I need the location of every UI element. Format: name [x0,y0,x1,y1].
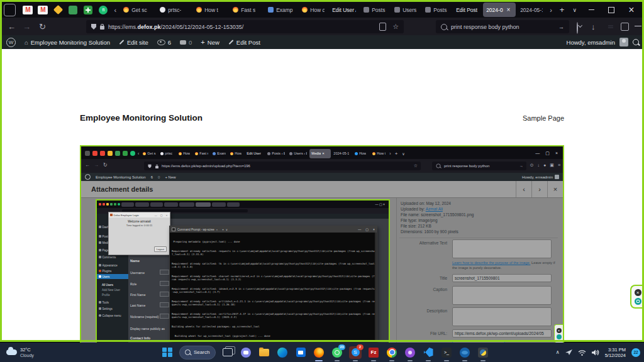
close-button[interactable]: × [621,2,641,18]
tracking-shield-icon [148,164,152,168]
browser-tab[interactable]: Edit Post [453,3,482,17]
browser-tab[interactable]: Edit User A [329,3,359,17]
tab-scroll-right-icon[interactable]: › [547,6,555,14]
notification-count-badge[interactable]: 22 [631,348,640,357]
tab-close-icon[interactable]: × [507,6,511,13]
new-tab-button[interactable]: + [556,5,569,14]
tab-scroll-left-icon[interactable]: ‹ [111,6,119,14]
browser-tab[interactable]: Examp [265,3,297,17]
downloads-icon[interactable]: ↓ [591,22,596,31]
admin-bar-new[interactable]: +New [201,38,219,46]
edge-button[interactable] [276,345,289,360]
taskbar-search[interactable]: Search [179,346,216,359]
browser-tab[interactable]: Fast s [230,3,264,17]
chat-icon[interactable] [635,298,641,305]
howdy-text[interactable]: Howdy, emsadmin [567,39,615,46]
window-controls: — ▢ × [375,202,387,206]
reader-view-icon[interactable] [379,23,386,31]
bookmark-star-icon[interactable]: ☆ [392,23,399,31]
chat-app-button[interactable] [240,345,252,360]
sidebar-subitem: Add New User [102,288,120,292]
taskbar-clock[interactable]: 3:31 PM5/12/2024 [605,347,626,358]
embedded-tab: Edit User [245,149,265,158]
start-button[interactable] [161,345,174,360]
alt-help-link[interactable]: Learn how to describe the purpose of the… [452,261,530,265]
https-lock-icon[interactable] [100,26,104,30]
whatsapp-button[interactable]: 23 [331,345,343,360]
minimize-button[interactable] [581,2,601,18]
browser-tab[interactable]: 2024-05-1 [517,3,546,17]
browser-tab[interactable]: How c [299,3,328,17]
nav-sample-page[interactable]: Sample Page [523,114,564,122]
pinned-tab-fiverr[interactable]: fi [97,4,109,16]
search-bar[interactable]: print response body python → [436,20,569,33]
back-button[interactable]: ← [8,22,16,31]
taskbar-weather[interactable]: 32°CCloudy [0,347,34,358]
admin-bar-site-name[interactable]: ⌂Employee Monitoring Solution [25,39,110,46]
search-go-icon[interactable]: → [558,24,564,30]
avatar[interactable] [619,38,628,47]
title-field[interactable]: screenshot_1715509801 [452,274,552,282]
next-attachment-button[interactable]: › [531,181,547,197]
skype-button[interactable]: S2 [349,345,362,360]
vscode-button[interactable] [422,345,435,360]
forward-button[interactable]: → [23,22,31,31]
terminal-button[interactable]: >_ [440,345,453,360]
pinned-tab-gmail-2[interactable]: M [36,4,49,16]
previous-attachment-button[interactable]: ‹ [516,181,531,197]
caption-field[interactable] [452,286,552,305]
url-bar[interactable]: https://ems.defox.pk/2024/05/12/2024-05-… [86,20,404,33]
browser-tab[interactable]: Posts ‹ Em [422,3,452,17]
close-icon[interactable]: × [635,289,641,296]
tracking-shield-icon[interactable] [91,24,96,30]
notification-mode-icon[interactable] [565,349,572,356]
firefox-view-icon[interactable] [4,4,16,16]
uploader-link[interactable]: Azmat Ali [426,207,443,211]
task-view-button[interactable] [221,345,234,360]
browser-tab[interactable]: Users ‹ Em [391,3,421,17]
clock-date: 5/12/2024 [605,353,626,358]
browser-tab[interactable]: Posts ‹ Em [360,3,390,17]
wordpress-logo-icon[interactable]: W [6,38,16,47]
app-icon [103,203,105,206]
firefox-button[interactable] [313,345,325,360]
browser-tab[interactable]: Get sc [120,3,155,17]
filezilla-button[interactable]: Fz [367,345,380,360]
admin-bar-comments[interactable]: 0 [180,39,192,46]
alt-text-field[interactable] [452,239,552,258]
admin-bar-views[interactable]: 6 [157,39,171,46]
file-explorer-button[interactable] [258,345,270,360]
browser-tab-active[interactable]: 2024-0× [483,3,516,17]
extensions-icon[interactable] [621,23,629,31]
chat-widget[interactable]: × [630,285,644,309]
tab-list-dropdown-icon[interactable]: ∨ [569,7,580,13]
volume-icon[interactable] [592,349,599,356]
pinned-tab-binance[interactable] [52,4,64,16]
embedded-chat-widget: × [554,324,563,343]
embedded-tab: Users ‹ Em [287,149,309,158]
admin-bar-edit-post[interactable]: Edit Post [228,39,260,46]
pocket-icon[interactable] [577,22,578,34]
file-url-field[interactable]: https://ems.defox.pk/wp-content/uploads/… [452,329,552,337]
pinned-tab-app[interactable] [67,4,79,16]
store-button[interactable] [294,345,307,360]
admin-bar-new: + New [165,175,175,179]
embedded-tab: Get s [141,149,158,158]
browser-tab[interactable]: prtsc- [157,3,192,17]
wifi-icon[interactable] [578,349,586,356]
maximize-button[interactable] [601,2,621,18]
reload-button[interactable]: ↻ [39,22,46,31]
browser-tab[interactable]: How t [193,3,228,17]
hidden-icons-chevron[interactable]: ∧ [556,349,560,355]
description-field[interactable] [452,307,552,326]
python-button[interactable] [477,345,489,360]
chrome-button[interactable] [386,345,398,360]
purple-app-button[interactable] [404,345,416,360]
thunderbird-button[interactable] [458,345,471,360]
pinned-tab-app-2[interactable] [82,4,94,16]
admin-search-icon[interactable] [633,39,639,45]
page-title[interactable]: Employee Monitoring Solution [80,113,203,123]
admin-bar-edit-site[interactable]: Edit site [119,39,148,46]
pinned-tab-gmail[interactable]: M [21,4,34,16]
close-modal-button[interactable]: × [547,181,563,197]
